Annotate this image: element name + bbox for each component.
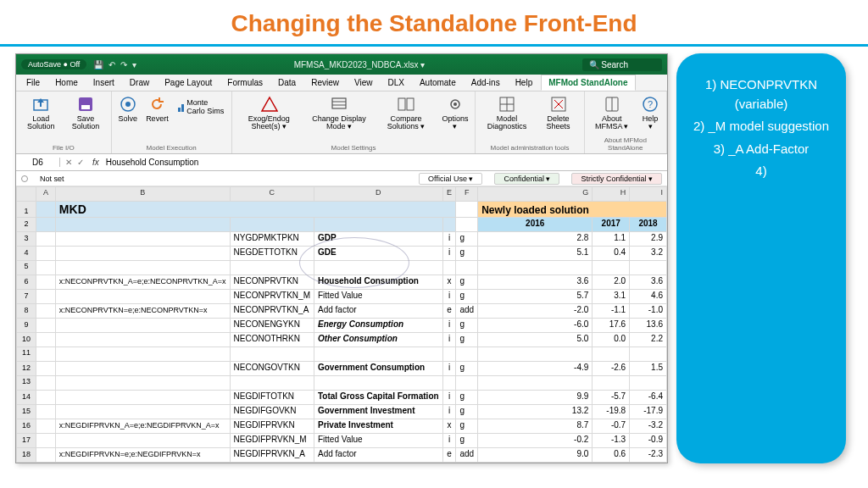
tab-data[interactable]: Data: [271, 75, 303, 90]
svg-rect-2: [81, 105, 90, 109]
tab-dlx[interactable]: DLX: [381, 75, 410, 90]
redo-icon[interactable]: ↷: [120, 60, 127, 69]
group-model-admin: Model Diagnostics Delete Sheets Model ad…: [476, 92, 584, 153]
load-solution-button[interactable]: Load Solution: [23, 95, 59, 130]
svg-rect-12: [407, 98, 414, 110]
tab-automate[interactable]: Automate: [413, 75, 463, 90]
fx-icon[interactable]: fx: [89, 158, 103, 167]
help-button[interactable]: ?Help ▾: [641, 95, 659, 130]
gear-icon: [446, 95, 465, 114]
group-file-io: Load Solution Save Solution File I/O: [16, 92, 112, 153]
callout-item: 2) _M model suggestion: [692, 117, 831, 136]
group-label: Model Settings: [239, 144, 469, 152]
svg-point-14: [453, 103, 457, 106]
titlebar: AutoSave ● Off 💾 ↶ ↷ ▾ MFMSA_MKD2023_NDB…: [16, 54, 667, 75]
search-box[interactable]: 🔍 Search: [582, 58, 662, 71]
group-model-execution: Solve Revert Monte Carlo Sims Model Exec…: [112, 92, 232, 153]
name-box[interactable]: D6: [16, 158, 60, 167]
confidential-button[interactable]: Confidential ▾: [494, 173, 559, 185]
slide-title: Changing the Standalone Front-End: [0, 0, 868, 44]
title-divider: [0, 44, 868, 47]
group-label: Model administration tools: [482, 144, 576, 152]
svg-rect-11: [398, 98, 405, 110]
callout-box: 1) NECONPRVTKN (variable) 2) _M model su…: [676, 53, 846, 463]
group-label: Model Execution: [119, 144, 225, 152]
file-name[interactable]: MFMSA_MKD2023_NDBCA.xlsx ▾: [136, 60, 581, 69]
quick-access-toolbar[interactable]: 💾 ↶ ↷ ▾: [93, 60, 136, 69]
classification-bar: Not set Official Use ▾ Confidential ▾ St…: [16, 171, 667, 186]
model-diagnostics-button[interactable]: Model Diagnostics: [482, 95, 531, 130]
display-icon: [330, 95, 348, 114]
undo-icon[interactable]: ↶: [108, 60, 115, 69]
callout-item: 4): [692, 162, 831, 181]
group-about: About MFMSA ▾ ?Help ▾ About MFMod StandA…: [585, 92, 668, 153]
svg-rect-6: [181, 104, 184, 112]
chart-icon: [177, 101, 185, 113]
callout-item: 3) _A Add-Factor: [692, 140, 831, 159]
svg-rect-8: [332, 98, 346, 108]
svg-point-4: [125, 102, 131, 107]
tab-page-layout[interactable]: Page Layout: [158, 75, 219, 90]
delete-icon: [549, 95, 568, 114]
delete-sheets-button[interactable]: Delete Sheets: [540, 95, 577, 130]
formula-bar: D6 ✕✓ fx Household Consumption: [16, 154, 667, 171]
callout-item: 1) NECONPRVTKN (variable): [692, 75, 831, 114]
formula-value[interactable]: Household Consumption: [103, 158, 203, 167]
strictly-confidential-button[interactable]: Strictly Confidential ▾: [571, 173, 662, 185]
solve-button[interactable]: Solve: [119, 95, 138, 123]
ribbon: Load Solution Save Solution File I/O Sol…: [16, 92, 667, 154]
compare-icon: [397, 95, 415, 114]
notset-label: Not set: [40, 175, 64, 183]
exog-endog-button[interactable]: Exog/Endog Sheet(s) ▾: [239, 95, 300, 130]
ribbon-tabs: FileHomeInsertDrawPage LayoutFormulasDat…: [16, 75, 667, 92]
save-icon[interactable]: 💾: [93, 60, 103, 69]
help-icon: ?: [641, 95, 659, 114]
tab-add-ins[interactable]: Add-ins: [465, 75, 507, 90]
svg-rect-5: [178, 108, 181, 112]
fx-controls[interactable]: ✕✓: [60, 158, 89, 167]
save-icon: [76, 95, 95, 114]
tab-file[interactable]: File: [19, 75, 47, 90]
tab-formulas[interactable]: Formulas: [220, 75, 270, 90]
load-icon: [31, 95, 50, 114]
tab-insert[interactable]: Insert: [86, 75, 121, 90]
group-label: File I/O: [23, 144, 104, 152]
solve-icon: [119, 95, 137, 114]
tab-view[interactable]: View: [348, 75, 380, 90]
triangle-icon: [259, 95, 278, 114]
spreadsheet-grid[interactable]: ABCDEFGHI1MKDNewly loaded solution220162…: [16, 186, 667, 463]
compare-solutions-button[interactable]: Compare Solutions ▾: [379, 95, 434, 130]
tab-home[interactable]: Home: [48, 75, 85, 90]
options-button[interactable]: Options ▾: [442, 95, 468, 130]
official-use-button[interactable]: Official Use ▾: [419, 173, 482, 185]
tab-review[interactable]: Review: [304, 75, 346, 90]
grid-icon: [498, 95, 516, 114]
autosave-toggle[interactable]: AutoSave ● Off: [21, 59, 86, 69]
book-icon: [603, 95, 621, 114]
svg-text:?: ?: [648, 99, 653, 109]
group-label: About MFMod StandAlone: [592, 136, 660, 152]
excel-window: AutoSave ● Off 💾 ↶ ↷ ▾ MFMSA_MKD2023_NDB…: [15, 53, 668, 463]
change-display-button[interactable]: Change Display Mode ▾: [308, 95, 370, 130]
revert-icon: [147, 95, 166, 114]
save-solution-button[interactable]: Save Solution: [68, 95, 104, 130]
about-button[interactable]: About MFMSA ▾: [592, 95, 633, 130]
revert-button[interactable]: Revert: [146, 95, 169, 123]
group-model-settings: Exog/Endog Sheet(s) ▾ Change Display Mod…: [232, 92, 476, 153]
dot-icon: [21, 175, 28, 182]
tab-draw[interactable]: Draw: [123, 75, 156, 90]
monte-carlo-button[interactable]: Monte Carlo Sims: [177, 98, 225, 115]
tab-help[interactable]: Help: [509, 75, 540, 90]
tab-mfmod-standalone[interactable]: MFMod StandAlone: [541, 75, 635, 91]
